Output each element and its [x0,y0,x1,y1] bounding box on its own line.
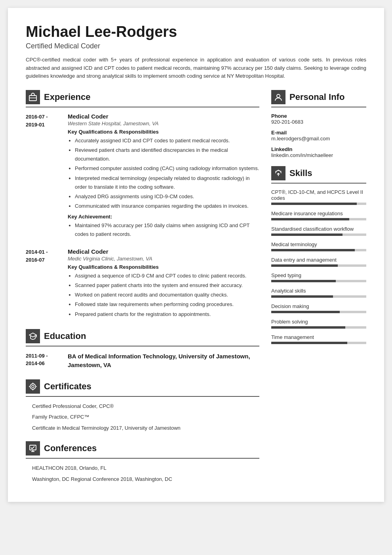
candidate-title: Certified Medical Coder [26,42,366,50]
education-icon [26,329,40,343]
email-value: m.leerodgers@gmail.com [271,136,366,142]
certificates-list: Certified Professional Coder, CPC®Family… [26,402,259,432]
certificate-item-1: Family Practice, CFPC™ [26,413,259,421]
personal-info-block: Phone 920-201-0683 E-mail m.leerodgers@g… [271,113,366,158]
candidate-name: Michael Lee-Rodgers [26,24,366,40]
skill-name-7: Decision making [271,303,366,309]
skill-bar-fill-7 [271,311,340,313]
resume-container: Michael Lee-Rodgers Certified Medical Co… [8,8,384,502]
conferences-icon [26,441,40,455]
exp-responsibilities-0: Accurately assigned ICD and CPT codes to… [68,136,259,211]
exp-qual-label-0: Key Qualifications & Responsibilities [68,129,259,135]
skill-bar-fill-2 [271,233,343,236]
email-label: E-mail [271,130,366,136]
experience-title: Experience [44,92,90,102]
skill-item-4: Data entry and management [271,257,366,267]
skill-item-9: Time management [271,334,366,344]
candidate-summary: CPC®-certified medical coder with 5+ yea… [26,56,366,80]
skill-item-6: Analytical skills [271,288,366,298]
skill-item-7: Decision making [271,303,366,313]
skill-bar-bg-5 [271,280,366,282]
skill-bar-bg-3 [271,249,366,251]
svg-point-9 [277,94,280,98]
skill-name-6: Analytical skills [271,288,366,294]
conferences-section-header: Conferences [26,441,259,459]
skill-bar-bg-2 [271,233,366,236]
exp-dates-0: 2016-07 - 2019-01 [26,113,61,239]
exp-responsibility-1-3: Followed state law requirements when per… [75,300,259,309]
conference-item-1: Washington, DC Regional Conference 2018,… [26,475,259,483]
exp-achievement-label-0: Key Achievement: [68,214,259,220]
main-layout: Experience 2016-07 - 2019-01Medical Code… [26,90,366,486]
linkedin-value: linkedin.com/in/michaelleer [271,152,366,158]
exp-details-0: Medical CoderWestern State Hospital, Jam… [68,113,259,239]
education-list: 2011-09 - 2014-06BA of Medical Informati… [26,352,259,370]
skill-bar-fill-9 [271,342,347,344]
exp-qual-label-1: Key Qualifications & Responsibilities [68,264,259,270]
skill-name-4: Data entry and management [271,257,366,263]
skill-bar-bg-4 [271,264,366,267]
skill-bar-bg-9 [271,342,366,344]
edu-dates-0: 2011-09 - 2014-06 [26,352,61,370]
svg-point-3 [30,384,36,389]
skill-name-9: Time management [271,334,366,340]
personal-info-title: Personal Info [289,92,344,102]
svg-point-4 [32,385,34,388]
skills-list: CPT®, ICD-10-CM, and HCPCS Level II code… [271,189,366,344]
exp-achievement-item-0: Maintained 97% accuracy per 150 daily cl… [75,221,259,239]
right-column: Personal Info Phone 920-201-0683 E-mail … [271,90,366,486]
personal-info-icon [271,90,285,104]
certificates-icon [26,379,40,394]
skill-bar-fill-6 [271,295,333,298]
skill-bar-fill-5 [271,280,336,282]
exp-responsibilities-1: Assigned a sequence of ICD-9 CM and CPT … [68,272,259,318]
skill-item-2: Standardised classification workflow [271,226,366,236]
skill-name-3: Medical terminology [271,241,366,247]
skill-bar-fill-4 [271,264,338,267]
phone-value: 920-201-0683 [271,119,366,125]
conference-item-0: HEALTHCON 2018, Orlando, FL [26,464,259,472]
exp-company-1: Medic Virginia Clinic, Jamestown, VA [68,256,259,262]
skill-bar-fill-8 [271,326,345,329]
certificate-item-0: Certified Professional Coder, CPC® [26,402,259,410]
exp-responsibility-1-1: Scanned paper patient charts into the sy… [75,281,259,290]
skill-item-1: Medicare insurance regulations [271,211,366,220]
education-title: Education [44,331,86,341]
linkedin-label: LinkedIn [271,146,366,152]
skill-item-8: Problem solving [271,319,366,329]
linkedin-item: LinkedIn linkedin.com/in/michaelleer [271,146,366,158]
exp-job-title-1: Medical Coder [68,248,259,255]
personal-info-section-header: Personal Info [271,90,366,107]
exp-company-0: Western State Hospital, Jamestown, VA [68,121,259,126]
skills-title: Skills [289,168,312,178]
skill-name-8: Problem solving [271,319,366,325]
education-entry-0: 2011-09 - 2014-06BA of Medical Informati… [26,352,259,370]
exp-job-title-0: Medical Coder [68,113,259,120]
skill-bar-fill-3 [271,249,355,251]
phone-item: Phone 920-201-0683 [271,113,366,125]
email-item: E-mail m.leerodgers@gmail.com [271,130,366,142]
exp-responsibility-0-5: Communicated with insurance companies re… [75,202,259,211]
experience-section-header: Experience [26,90,259,107]
skill-name-5: Speed typing [271,272,366,278]
skill-bar-bg-0 [271,203,366,205]
exp-responsibility-1-4: Prepared patient charts for the registra… [75,310,259,319]
skill-item-0: CPT®, ICD-10-CM, and HCPCS Level II code… [271,189,366,205]
experience-icon [26,90,40,104]
exp-responsibility-0-3: Interpreted medical terminology (especia… [75,174,259,191]
conferences-list: HEALTHCON 2018, Orlando, FLWashington, D… [26,464,259,483]
certificates-title: Certificates [44,381,91,392]
exp-responsibility-0-2: Performed computer assisted coding (CAC)… [75,164,259,173]
skill-name-0: CPT®, ICD-10-CM, and HCPCS Level II code… [271,189,366,201]
exp-dates-1: 2014-01 - 2016-07 [26,248,61,319]
exp-responsibility-0-0: Accurately assigned ICD and CPT codes to… [75,136,259,145]
skill-item-3: Medical terminology [271,241,366,251]
skill-bar-bg-6 [271,295,366,298]
experience-entry-1: 2014-01 - 2016-07Medical CoderMedic Virg… [26,248,259,319]
exp-responsibility-0-1: Reviewed patient charts and identified d… [75,146,259,163]
exp-responsibility-1-2: Worked on patient record audits and docu… [75,291,259,299]
header: Michael Lee-Rodgers Certified Medical Co… [26,24,366,80]
skill-name-2: Standardised classification workflow [271,226,366,232]
skill-bar-bg-1 [271,218,366,220]
skills-section-header: Skills [271,166,366,184]
